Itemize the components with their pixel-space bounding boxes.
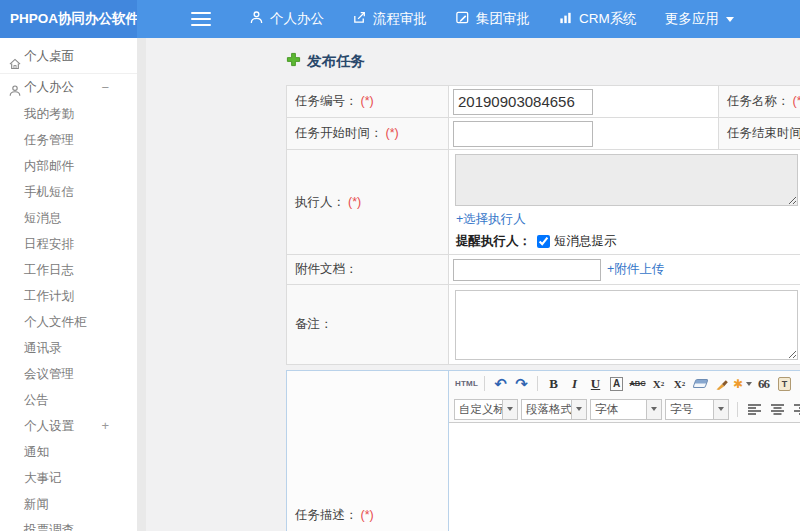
sidebar-item-my-attendance[interactable]: 我的考勤 xyxy=(0,101,137,127)
sidebar-item-personal-settings[interactable]: 个人设置+ xyxy=(0,413,137,439)
editor-toolbar-row1: HTML ↶ ↷ B I U A ABC X2 X2 ✱ xyxy=(449,371,800,396)
sidebar-item-label: 通知 xyxy=(24,445,49,459)
sidebar-item-schedule[interactable]: 日程安排 xyxy=(0,231,137,257)
task-number-input[interactable] xyxy=(453,89,593,115)
hamburger-menu-icon[interactable] xyxy=(191,12,211,26)
sidebar-item-meeting-management[interactable]: 会议管理 xyxy=(0,361,137,387)
remark-textarea[interactable] xyxy=(455,290,798,360)
sidebar-item-label: 日程安排 xyxy=(24,237,74,251)
main-content: 发布任务 任务编号：(*) 任务名称：(*) 任务开始时间：(*) 任务结束时间… xyxy=(146,38,800,531)
superscript-button[interactable]: X2 xyxy=(649,374,668,393)
publish-task-form: 任务编号：(*) 任务名称：(*) 任务开始时间：(*) 任务结束时间：(*) … xyxy=(286,85,800,365)
table-row: 备注： xyxy=(287,285,800,365)
font-size-select[interactable]: 字号 xyxy=(665,399,729,420)
sidebar-item-internal-mail[interactable]: 内部邮件 xyxy=(0,153,137,179)
sidebar-item-personal-desktop[interactable]: 个人桌面 xyxy=(0,38,137,74)
italic-button[interactable]: I xyxy=(565,374,584,393)
start-time-label: 任务开始时间：(*) xyxy=(287,118,449,150)
sidebar-item-label: 个人办公 xyxy=(24,80,74,94)
task-description-section: 任务描述：(*) HTML ↶ ↷ B I U A ABC X2 X xyxy=(286,370,800,531)
font-style-button[interactable]: A xyxy=(607,374,626,393)
subscript-button[interactable]: X2 xyxy=(670,374,689,393)
sidebar-item-label: 个人桌面 xyxy=(24,49,74,63)
chevron-down-icon xyxy=(726,17,734,22)
strikethrough-button[interactable]: ABC xyxy=(628,374,647,393)
nav-workflow-approval[interactable]: 流程审批 xyxy=(338,0,441,38)
sidebar-item-vote-survey[interactable]: 投票调查 xyxy=(0,517,137,531)
sidebar-item-label: 投票调查 xyxy=(24,523,74,531)
user-icon xyxy=(249,10,270,28)
nav-group-approval[interactable]: 集团审批 xyxy=(441,0,544,38)
nav-personal-office[interactable]: 个人办公 xyxy=(235,0,338,38)
sidebar-item-label: 任务管理 xyxy=(24,133,74,147)
sidebar-item-task-management[interactable]: 任务管理 xyxy=(0,127,137,153)
custom-heading-select[interactable]: 自定义标题 xyxy=(454,399,518,420)
attachment-upload-link[interactable]: +附件上传 xyxy=(607,261,664,278)
attachment-input[interactable] xyxy=(453,259,601,281)
sidebar-item-mobile-sms[interactable]: 手机短信 xyxy=(0,179,137,205)
align-center-icon[interactable] xyxy=(767,400,788,419)
remark-label: 备注： xyxy=(287,285,449,365)
sidebar-item-personal-office[interactable]: 个人办公− xyxy=(0,74,137,101)
underline-button[interactable]: U xyxy=(586,374,605,393)
edit-icon xyxy=(455,10,476,28)
nav-crm-system[interactable]: CRM系统 xyxy=(544,0,651,38)
format-brush-icon[interactable] xyxy=(712,374,731,393)
task-description-label: 任务描述：(*) xyxy=(287,371,449,531)
blockquote-button[interactable]: 66 xyxy=(754,374,773,393)
redo-icon[interactable]: ↷ xyxy=(512,374,531,393)
sidebar-item-label: 内部邮件 xyxy=(24,159,74,173)
start-time-input[interactable] xyxy=(453,121,593,147)
sidebar-item-label: 个人文件柜 xyxy=(24,315,87,329)
sidebar-item-memorabilia[interactable]: 大事记 xyxy=(0,465,137,491)
html-source-button[interactable]: HTML xyxy=(455,374,478,393)
expand-icon[interactable]: + xyxy=(101,413,109,439)
sidebar-menu: 个人桌面个人办公−我的考勤任务管理内部邮件手机短信短消息日程安排工作日志工作计划… xyxy=(0,38,137,531)
sidebar-item-news[interactable]: 新闻 xyxy=(0,491,137,517)
align-right-icon[interactable] xyxy=(790,400,800,419)
paragraph-format-select[interactable]: 段落格式 xyxy=(521,399,587,420)
choose-executor-link[interactable]: +选择执行人 xyxy=(456,212,526,226)
sidebar-item-label: 短消息 xyxy=(24,211,62,225)
workflow-share-icon xyxy=(352,10,373,28)
editor-content[interactable] xyxy=(449,423,800,531)
task-name-label: 任务名称：(*) xyxy=(719,86,800,118)
sidebar-item-short-message[interactable]: 短消息 xyxy=(0,205,137,231)
magic-wand-icon[interactable]: ✱ xyxy=(733,374,752,393)
collapse-icon[interactable]: − xyxy=(101,74,109,101)
sidebar-scrollbar[interactable] xyxy=(137,38,146,531)
align-left-icon[interactable] xyxy=(744,400,765,419)
table-row: 执行人：(*) +选择执行人 提醒执行人： 短消息提示 xyxy=(287,150,800,255)
font-family-select[interactable]: 字体 xyxy=(590,399,662,420)
sidebar-item-label: 大事记 xyxy=(24,471,62,485)
user-icon xyxy=(8,81,22,95)
sidebar-item-personal-file-cabinet[interactable]: 个人文件柜 xyxy=(0,309,137,335)
table-row: 任务编号：(*) 任务名称：(*) xyxy=(287,86,800,118)
nav-more-apps[interactable]: 更多应用 xyxy=(651,0,748,38)
sidebar-item-label: 个人设置 xyxy=(24,419,74,433)
table-row: 附件文档： +附件上传 xyxy=(287,255,800,285)
end-time-label: 任务结束时间：(*) xyxy=(719,118,800,150)
sidebar-item-notice[interactable]: 通知 xyxy=(0,439,137,465)
attachment-label: 附件文档： xyxy=(287,255,449,285)
sidebar-item-contacts[interactable]: 通讯录 xyxy=(0,335,137,361)
executor-label: 执行人：(*) xyxy=(287,150,449,255)
sidebar-item-label: 工作计划 xyxy=(24,289,74,303)
executor-textarea[interactable] xyxy=(455,154,798,206)
paste-icon[interactable]: T xyxy=(775,374,794,393)
editor-toolbar-row2: 自定义标题 段落格式 字体 字号 xyxy=(449,396,800,423)
sidebar-item-work-plan[interactable]: 工作计划 xyxy=(0,283,137,309)
sidebar-item-work-log[interactable]: 工作日志 xyxy=(0,257,137,283)
sms-remind-checkbox[interactable] xyxy=(537,235,550,248)
sidebar-item-label: 会议管理 xyxy=(24,367,74,381)
sidebar-item-label: 手机短信 xyxy=(24,185,74,199)
bar-chart-icon xyxy=(558,10,579,28)
bold-button[interactable]: B xyxy=(544,374,563,393)
sidebar-item-announcement[interactable]: 公告 xyxy=(0,387,137,413)
undo-icon[interactable]: ↶ xyxy=(491,374,510,393)
eraser-icon[interactable] xyxy=(691,374,710,393)
add-plus-icon xyxy=(286,52,301,71)
home-icon xyxy=(8,49,22,63)
top-bar: PHPOA协同办公软件 个人办公 流程审批 集团审批 CRM系统 更多应用 xyxy=(0,0,800,38)
page-title: 发布任务 xyxy=(286,51,800,71)
